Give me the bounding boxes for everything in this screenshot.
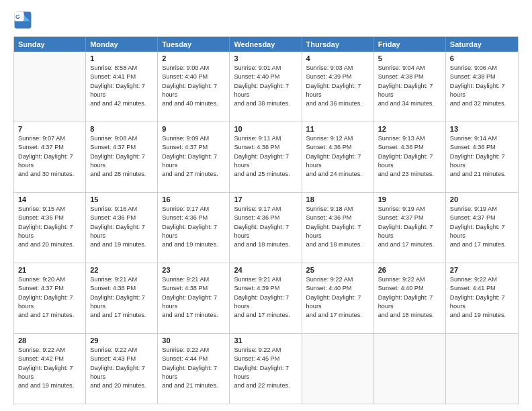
sunset-text: Sunset: 4:41 PM [450, 284, 514, 293]
cal-cell: 12Sunrise: 9:13 AMSunset: 4:36 PMDayligh… [374, 122, 446, 192]
day-number: 18 [306, 195, 369, 203]
sunrise-text: Sunrise: 9:22 AM [378, 275, 441, 284]
day-number: 24 [234, 266, 297, 274]
sunset-text: Sunset: 4:36 PM [234, 214, 297, 222]
daylight-text: Daylight: Daylight: 7 hours [18, 293, 81, 312]
sunset-text: Sunset: 4:45 PM [234, 355, 297, 363]
cal-cell: 25Sunrise: 9:22 AMSunset: 4:40 PMDayligh… [302, 263, 374, 333]
sunrise-text: Sunrise: 9:15 AM [18, 205, 81, 214]
cal-cell: 28Sunrise: 9:22 AMSunset: 4:42 PMDayligh… [14, 334, 86, 404]
cal-cell: 29Sunrise: 9:22 AMSunset: 4:43 PMDayligh… [86, 334, 158, 404]
day-number: 19 [378, 195, 441, 203]
sunrise-text: Sunrise: 9:22 AM [18, 346, 81, 355]
sunrise-text: Sunrise: 9:12 AM [306, 134, 369, 143]
sunrise-text: Sunrise: 9:19 AM [450, 205, 514, 214]
sunset-text: Sunset: 4:37 PM [90, 143, 153, 152]
day-number: 27 [450, 266, 514, 274]
sunrise-text: Sunrise: 9:22 AM [450, 275, 514, 284]
sunset-text: Sunset: 4:40 PM [378, 284, 441, 293]
week-row-0: 1Sunrise: 8:58 AMSunset: 4:41 PMDaylight… [14, 52, 518, 122]
daylight-text: Daylight: Daylight: 7 hours [90, 293, 153, 312]
sunrise-text: Sunrise: 9:09 AM [162, 134, 225, 143]
daylight-text-cont: and and 21 minutes. [162, 381, 225, 390]
sunset-text: Sunset: 4:39 PM [234, 284, 297, 293]
sunrise-text: Sunrise: 9:07 AM [18, 134, 81, 143]
day-number: 29 [90, 336, 153, 345]
daylight-text-cont: and and 19 minutes. [18, 381, 81, 390]
day-number: 12 [378, 125, 441, 133]
sunset-text: Sunset: 4:44 PM [162, 355, 225, 363]
cal-cell: 11Sunrise: 9:12 AMSunset: 4:36 PMDayligh… [302, 122, 374, 192]
calendar-body: 1Sunrise: 8:58 AMSunset: 4:41 PMDaylight… [14, 52, 518, 404]
daylight-text: Daylight: Daylight: 7 hours [90, 364, 153, 382]
daylight-text: Daylight: Daylight: 7 hours [234, 364, 297, 382]
header-cell-tuesday: Tuesday [158, 37, 230, 52]
daylight-text-cont: and and 34 minutes. [378, 99, 441, 108]
day-number: 23 [162, 266, 225, 274]
sunset-text: Sunset: 4:40 PM [234, 73, 297, 81]
header: G [13, 11, 519, 30]
daylight-text-cont: and and 38 minutes. [234, 99, 297, 108]
day-number: 22 [90, 266, 153, 274]
cal-cell: 31Sunrise: 9:22 AMSunset: 4:45 PMDayligh… [230, 334, 302, 404]
daylight-text: Daylight: Daylight: 7 hours [234, 223, 297, 241]
cal-cell: 20Sunrise: 9:19 AMSunset: 4:37 PMDayligh… [446, 193, 518, 263]
day-number: 9 [162, 125, 225, 133]
sunrise-text: Sunrise: 8:58 AM [90, 64, 153, 73]
sunrise-text: Sunrise: 9:17 AM [234, 205, 297, 214]
sunset-text: Sunset: 4:38 PM [162, 284, 225, 293]
day-number: 30 [162, 336, 225, 345]
day-number: 20 [450, 195, 514, 203]
daylight-text-cont: and and 17 minutes. [234, 311, 297, 320]
day-number: 14 [18, 195, 81, 203]
daylight-text: Daylight: Daylight: 7 hours [18, 223, 81, 241]
day-number: 5 [378, 54, 441, 62]
sunset-text: Sunset: 4:37 PM [378, 214, 441, 222]
daylight-text-cont: and and 17 minutes. [90, 311, 153, 320]
sunset-text: Sunset: 4:43 PM [90, 355, 153, 363]
sunset-text: Sunset: 4:38 PM [378, 73, 441, 81]
daylight-text-cont: and and 19 minutes. [162, 240, 225, 249]
day-number: 10 [234, 125, 297, 133]
cal-cell: 3Sunrise: 9:01 AMSunset: 4:40 PMDaylight… [230, 52, 302, 122]
sunset-text: Sunset: 4:37 PM [162, 143, 225, 152]
week-row-4: 28Sunrise: 9:22 AMSunset: 4:42 PMDayligh… [14, 334, 518, 404]
logo-icon: G [13, 11, 32, 30]
cal-cell: 23Sunrise: 9:21 AMSunset: 4:38 PMDayligh… [158, 263, 230, 333]
sunrise-text: Sunrise: 9:18 AM [306, 205, 369, 214]
cal-cell: 6Sunrise: 9:06 AMSunset: 4:38 PMDaylight… [446, 52, 518, 122]
cal-cell [14, 52, 86, 122]
cal-cell: 18Sunrise: 9:18 AMSunset: 4:36 PMDayligh… [302, 193, 374, 263]
sunrise-text: Sunrise: 9:14 AM [450, 134, 514, 143]
daylight-text: Daylight: Daylight: 7 hours [90, 223, 153, 241]
sunrise-text: Sunrise: 9:16 AM [90, 205, 153, 214]
day-number: 26 [378, 266, 441, 274]
sunset-text: Sunset: 4:36 PM [18, 214, 81, 222]
day-number: 28 [18, 336, 81, 345]
daylight-text-cont: and and 32 minutes. [450, 99, 514, 108]
cal-cell: 24Sunrise: 9:21 AMSunset: 4:39 PMDayligh… [230, 263, 302, 333]
daylight-text-cont: and and 18 minutes. [306, 240, 369, 249]
page: G SundayMondayTuesdayWednesdayThursdayFr… [0, 0, 532, 411]
daylight-text-cont: and and 36 minutes. [306, 99, 369, 108]
daylight-text-cont: and and 30 minutes. [18, 170, 81, 179]
cal-cell [374, 334, 446, 404]
sunset-text: Sunset: 4:36 PM [306, 214, 369, 222]
sunrise-text: Sunrise: 9:08 AM [90, 134, 153, 143]
day-number: 17 [234, 195, 297, 203]
daylight-text: Daylight: Daylight: 7 hours [378, 223, 441, 241]
daylight-text: Daylight: Daylight: 7 hours [90, 82, 153, 100]
daylight-text-cont: and and 25 minutes. [234, 170, 297, 179]
header-cell-monday: Monday [86, 37, 158, 52]
sunrise-text: Sunrise: 9:20 AM [18, 275, 81, 284]
cal-cell: 30Sunrise: 9:22 AMSunset: 4:44 PMDayligh… [158, 334, 230, 404]
day-number: 15 [90, 195, 153, 203]
daylight-text-cont: and and 19 minutes. [450, 311, 514, 320]
sunrise-text: Sunrise: 9:04 AM [378, 64, 441, 73]
sunset-text: Sunset: 4:36 PM [450, 143, 514, 152]
daylight-text: Daylight: Daylight: 7 hours [378, 293, 441, 312]
header-cell-sunday: Sunday [14, 37, 86, 52]
daylight-text: Daylight: Daylight: 7 hours [306, 223, 369, 241]
sunrise-text: Sunrise: 9:22 AM [162, 346, 225, 355]
cal-cell: 22Sunrise: 9:21 AMSunset: 4:38 PMDayligh… [86, 263, 158, 333]
